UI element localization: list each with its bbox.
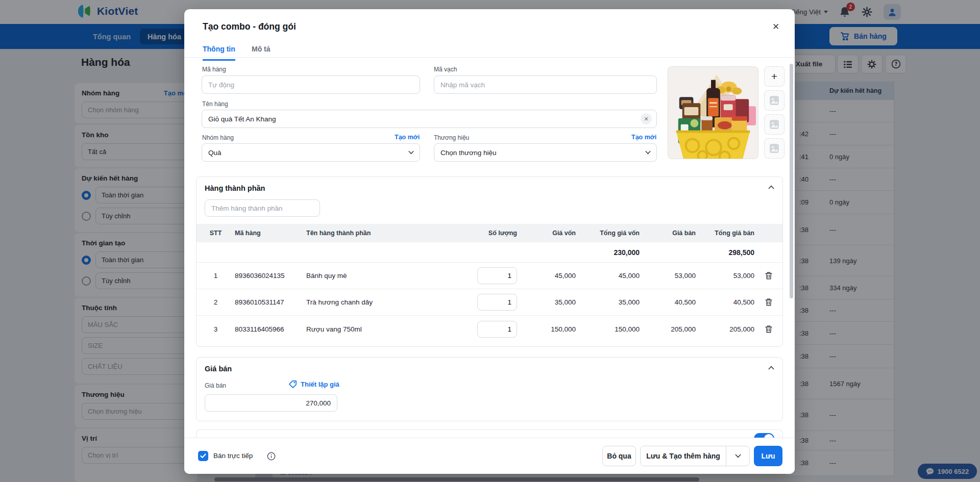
cell-total-cost: 35,000 [576, 298, 640, 306]
code-field-label: Mã hàng [202, 66, 226, 73]
cell-name: Trà hương chanh dây [306, 298, 461, 306]
info-icon[interactable] [267, 452, 276, 461]
quantity-input[interactable] [477, 267, 517, 284]
cell-name: Rượu vang 750ml [306, 325, 461, 333]
code-input[interactable] [202, 75, 420, 94]
brand-select[interactable]: Chọn thương hiệu [434, 143, 657, 162]
col-price: Giá bán [640, 230, 696, 237]
delete-row-button[interactable] [754, 271, 782, 280]
cell-name: Bánh quy mè [306, 272, 461, 280]
brand-create-link[interactable]: Tạo mới [631, 134, 656, 141]
quantity-input[interactable] [477, 294, 517, 311]
modal-scrollbar-thumb[interactable] [790, 64, 793, 298]
col-cost: Giá vốn [517, 230, 576, 237]
cell-total-price: 40,500 [696, 298, 754, 306]
gift-basket-image [668, 67, 758, 159]
group-create-link[interactable]: Tạo mới [395, 134, 420, 141]
photo-slot-empty[interactable] [764, 90, 785, 111]
cell-cost: 35,000 [517, 298, 576, 306]
direct-sale-checkbox[interactable] [198, 451, 208, 461]
cell-code: 8033116405966 [235, 325, 306, 333]
col-total-price: Tổng giá bán [696, 230, 754, 237]
cell-total-price: 205,000 [696, 325, 754, 333]
price-input[interactable] [205, 394, 337, 412]
save-button-label: Lưu [761, 452, 775, 460]
tabs-divider [184, 57, 795, 58]
modal-footer: Bán trực tiếp Bỏ qua Lưu & Tạo thêm hàng… [184, 438, 795, 474]
image-placeholder-icon [769, 119, 779, 130]
col-code: Mã hàng [235, 230, 306, 237]
create-combo-modal: Tạo combo - đóng gói ✕ Thông tin Mô tả M… [184, 9, 795, 474]
add-photo-button[interactable]: + [764, 66, 785, 87]
cell-price: 40,500 [640, 298, 696, 306]
cell-cost: 45,000 [517, 272, 576, 280]
delete-row-button[interactable] [754, 325, 782, 334]
collapse-chevron-up-icon[interactable] [768, 185, 774, 189]
toggle-switch[interactable] [754, 433, 774, 438]
save-options-dropdown[interactable] [726, 446, 749, 466]
cell-total-cost: 45,000 [576, 272, 640, 280]
price-field-label: Giá bán [205, 382, 226, 389]
components-section-title: Hàng thành phần [205, 184, 265, 192]
plus-icon: + [771, 70, 777, 83]
skip-button[interactable]: Bỏ qua [602, 446, 636, 466]
chevron-down-icon [735, 454, 741, 458]
cell-code: 8936010531147 [235, 298, 306, 306]
direct-sale-label: Bán trực tiếp [213, 452, 253, 460]
total-price-value: 298,500 [696, 248, 754, 257]
group-select[interactable]: Quà [202, 143, 420, 162]
group-select-value: Quà [208, 149, 222, 157]
name-field-label: Tên hàng [202, 100, 228, 108]
cell-stt: 2 [197, 298, 235, 306]
image-placeholder-icon [769, 95, 779, 106]
clear-name-icon[interactable]: ✕ [641, 113, 652, 124]
cell-total-price: 53,000 [696, 272, 754, 280]
pricing-section: Giá bán Giá bán Thiết lập giá [196, 357, 783, 421]
col-total-cost: Tổng giá vốn [576, 230, 640, 237]
product-name-input[interactable] [202, 110, 657, 128]
group-field-label: Nhóm hàng [202, 134, 234, 141]
chevron-down-icon [408, 150, 414, 155]
brand-field-label: Thương hiệu [434, 134, 469, 141]
trash-icon [765, 271, 773, 280]
image-placeholder-icon [769, 143, 779, 154]
trash-icon [765, 298, 773, 307]
col-stt: STT [197, 230, 235, 237]
product-photo[interactable] [668, 66, 758, 159]
quantity-input[interactable] [477, 321, 517, 338]
modal-title: Tạo combo - đóng gói [203, 21, 296, 32]
col-name: Tên hàng thành phần [306, 230, 461, 237]
barcode-field-label: Mã vạch [434, 66, 457, 73]
cell-code: 8936036024135 [235, 272, 306, 280]
skip-button-label: Bỏ qua [607, 452, 631, 460]
delete-row-button[interactable] [754, 298, 782, 307]
brand-select-value: Chọn thương hiệu [440, 149, 496, 157]
col-qty: Số lượng [461, 230, 517, 237]
trash-icon [765, 325, 773, 334]
components-totals-row: 230,000 298,500 [197, 242, 782, 263]
component-row: 2 8936010531147 Trà hương chanh dây 35,0… [197, 289, 782, 316]
components-section: Hàng thành phần STT Mã hàng Tên hàng thà… [196, 176, 783, 347]
screen: KiotViet Tiếng Việt 2 [0, 0, 980, 482]
close-icon[interactable]: ✕ [770, 20, 782, 33]
photo-slot-empty[interactable] [764, 114, 785, 135]
barcode-input[interactable] [434, 75, 657, 94]
tab-info[interactable]: Thông tin [203, 45, 235, 61]
cell-stt: 3 [197, 325, 235, 333]
photo-slot-empty[interactable] [764, 138, 785, 159]
cell-total-cost: 150,000 [576, 325, 640, 333]
chevron-down-icon [645, 150, 651, 155]
save-and-create-button[interactable]: Lưu & Tạo thêm hàng [640, 446, 750, 466]
collapse-chevron-up-icon[interactable] [768, 366, 774, 370]
cell-price: 205,000 [640, 325, 696, 333]
cell-stt: 1 [197, 272, 235, 280]
hidden-section-partial [196, 429, 783, 438]
save-and-create-label: Lưu & Tạo thêm hàng [641, 452, 726, 460]
total-cost-value: 230,000 [576, 248, 640, 257]
pricing-section-title: Giá bán [205, 365, 232, 373]
price-setup-link[interactable]: Thiết lập giá [288, 380, 339, 389]
save-button[interactable]: Lưu [754, 446, 782, 466]
cell-cost: 150,000 [517, 325, 576, 333]
check-icon [200, 453, 206, 459]
add-component-input[interactable] [205, 199, 320, 217]
